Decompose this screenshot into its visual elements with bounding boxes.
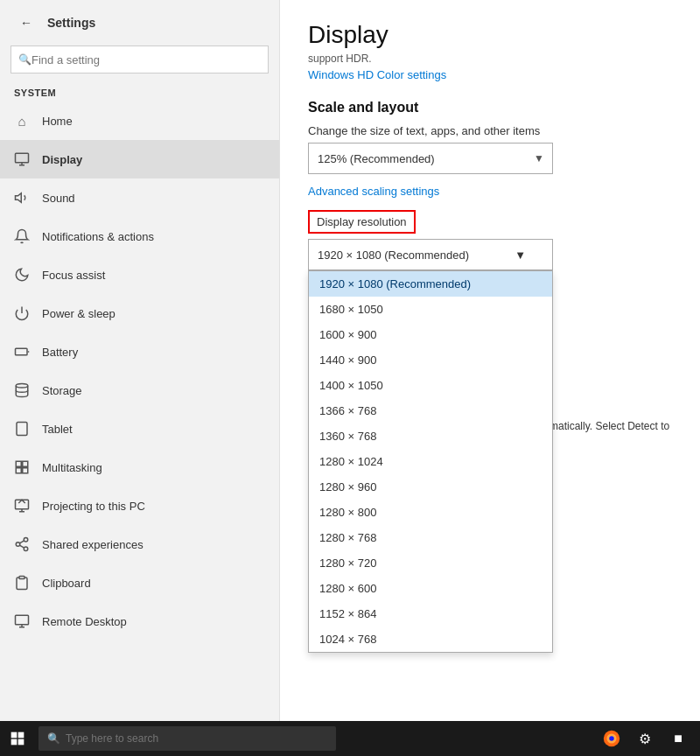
back-button[interactable]: ← — [14, 10, 38, 35]
firefox-icon — [602, 729, 621, 748]
search-icon: 🔍 — [18, 53, 32, 66]
resolution-option-768a[interactable]: 1366 × 768 — [309, 398, 552, 424]
svg-rect-14 — [16, 500, 29, 509]
settings-taskbar-button[interactable]: ⚙ — [630, 724, 660, 753]
svg-rect-22 — [19, 577, 24, 579]
sidebar-item-remote[interactable]: Remote Desktop — [0, 602, 279, 640]
sidebar-item-notifications-label: Notifications & actions — [42, 230, 154, 243]
taskbar-right: ⚙ ■ — [597, 724, 700, 753]
focus-icon — [14, 267, 30, 283]
resolution-option-800[interactable]: 1280 × 800 — [309, 500, 552, 525]
main-content: Display support HDR. Windows HD Color se… — [280, 0, 700, 756]
svg-rect-12 — [16, 468, 21, 473]
svg-line-21 — [19, 541, 24, 543]
resolution-dropdown-trigger[interactable]: 1920 × 1080 (Recommended) ▼ — [308, 239, 553, 270]
svg-rect-5 — [16, 348, 28, 355]
start-button[interactable] — [0, 721, 35, 756]
detect-note: matically. Select Detect to — [550, 420, 700, 432]
sidebar-item-battery[interactable]: Battery — [0, 332, 279, 371]
power-icon — [14, 305, 30, 321]
sidebar-item-projecting-label: Projecting to this PC — [42, 500, 145, 513]
resolution-arrow-icon: ▼ — [514, 248, 526, 262]
sidebar-item-remote-label: Remote Desktop — [42, 615, 127, 628]
sidebar-item-focus-label: Focus assist — [42, 269, 105, 282]
sidebar-item-shared[interactable]: Shared experiences — [0, 525, 279, 564]
resolution-option-768b[interactable]: 1360 × 768 — [309, 424, 552, 449]
sidebar-item-sound[interactable]: Sound — [0, 178, 279, 217]
sidebar-item-multitasking[interactable]: Multitasking — [0, 448, 279, 486]
scale-section-title: Scale and layout — [308, 100, 672, 116]
sidebar-item-tablet[interactable]: Tablet — [0, 410, 279, 448]
advanced-scaling-link[interactable]: Advanced scaling settings — [308, 185, 672, 198]
clipboard-icon — [14, 575, 30, 591]
resolution-option-864[interactable]: 1152 × 864 — [309, 601, 552, 626]
sidebar-item-display[interactable]: Display — [0, 140, 279, 178]
firefox-button[interactable] — [597, 724, 626, 753]
svg-point-7 — [16, 384, 28, 388]
svg-rect-0 — [16, 153, 29, 163]
resolution-option-1050a[interactable]: 1680 × 1050 — [309, 297, 552, 322]
hdr-text: support HDR. — [308, 52, 672, 65]
remote-icon — [14, 613, 30, 629]
taskbar-search-input[interactable] — [66, 732, 327, 745]
sidebar-item-focus[interactable]: Focus assist — [0, 256, 279, 294]
sidebar-item-clipboard-label: Clipboard — [42, 577, 91, 590]
resolution-dropdown-list: 1920 × 1080 (Recommended) 1680 × 1050 16… — [308, 270, 553, 653]
sidebar-item-sound-label: Sound — [42, 192, 75, 205]
settings-header: ← Settings — [0, 0, 279, 42]
taskbar-extra-icon: ■ — [674, 731, 682, 746]
storage-icon — [14, 382, 30, 398]
sound-icon — [14, 190, 30, 206]
sidebar-item-projecting[interactable]: Projecting to this PC — [0, 486, 279, 525]
svg-point-32 — [609, 736, 614, 741]
resolution-option-900b[interactable]: 1440 × 900 — [309, 347, 552, 373]
tablet-icon — [14, 421, 30, 437]
windows-logo-icon — [10, 732, 24, 746]
hdr-link[interactable]: Windows HD Color settings — [308, 68, 446, 81]
settings-title: Settings — [47, 16, 95, 30]
resolution-option-720[interactable]: 1280 × 720 — [309, 550, 552, 576]
projecting-icon — [14, 498, 30, 514]
resolution-option-600[interactable]: 1280 × 600 — [309, 576, 552, 601]
sidebar-item-tablet-label: Tablet — [42, 423, 73, 436]
resolution-option-900a[interactable]: 1600 × 900 — [309, 322, 552, 347]
resolution-option-768d[interactable]: 1024 × 768 — [309, 626, 552, 652]
taskbar-extra-button[interactable]: ■ — [663, 724, 693, 753]
sidebar-item-clipboard[interactable]: Clipboard — [0, 564, 279, 602]
multitasking-icon — [14, 459, 30, 475]
sidebar-item-power[interactable]: Power & sleep — [0, 294, 279, 332]
scale-dropdown-wrapper: 100% 125% (Recommended) 150% 175% ▼ — [308, 143, 553, 174]
resolution-option-1024[interactable]: 1280 × 1024 — [309, 449, 552, 474]
resolution-option-1080[interactable]: 1920 × 1080 (Recommended) — [309, 271, 552, 297]
battery-icon — [14, 344, 30, 360]
resolution-dropdown-container: 1920 × 1080 (Recommended) ▼ 1920 × 1080 … — [308, 239, 553, 270]
svg-rect-28 — [11, 739, 18, 746]
resolution-option-768c[interactable]: 1280 × 768 — [309, 525, 552, 550]
scale-label: Change the size of text, apps, and other… — [308, 124, 672, 137]
resolution-option-1050b[interactable]: 1400 × 1050 — [309, 373, 552, 398]
notifications-icon — [14, 228, 30, 244]
app-container: ← Settings 🔍 System ⌂ Home Display Sound — [0, 0, 700, 756]
svg-rect-13 — [23, 468, 28, 473]
taskbar-search-icon: 🔍 — [47, 732, 60, 745]
svg-marker-3 — [16, 193, 22, 203]
sidebar-item-display-label: Display — [42, 153, 82, 166]
svg-rect-10 — [16, 461, 21, 466]
page-title: Display — [308, 21, 672, 49]
svg-rect-11 — [23, 461, 28, 466]
scale-select[interactable]: 100% 125% (Recommended) 150% 175% — [308, 143, 553, 174]
search-input[interactable] — [32, 53, 261, 66]
sidebar-item-shared-label: Shared experiences — [42, 538, 144, 551]
resolution-option-960[interactable]: 1280 × 960 — [309, 474, 552, 500]
resolution-current-value: 1920 × 1080 (Recommended) — [318, 248, 469, 262]
system-section-label: System — [0, 80, 279, 102]
svg-rect-26 — [11, 732, 18, 738]
sidebar-item-storage[interactable]: Storage — [0, 371, 279, 410]
sidebar-item-home[interactable]: ⌂ Home — [0, 102, 279, 140]
svg-rect-23 — [16, 615, 29, 625]
sidebar-item-battery-label: Battery — [42, 346, 78, 359]
svg-rect-29 — [18, 739, 24, 746]
taskbar: 🔍 ⚙ ■ — [0, 721, 700, 756]
sidebar-item-notifications[interactable]: Notifications & actions — [0, 217, 279, 256]
svg-point-19 — [24, 547, 28, 551]
